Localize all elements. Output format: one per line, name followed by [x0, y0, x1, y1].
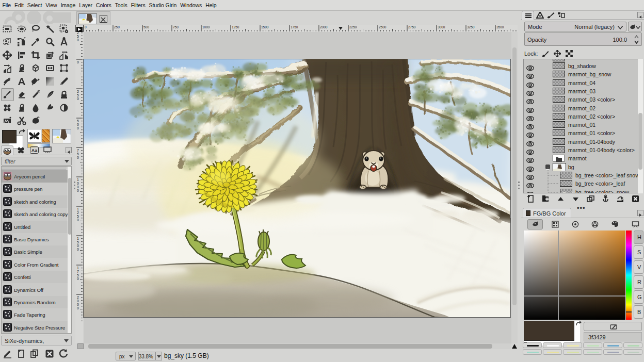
- svg-text:1000: 1000: [202, 25, 210, 29]
- svg-text:0: 0: [77, 189, 79, 192]
- svg-text:0: 0: [77, 60, 79, 64]
- svg-text:1: 1: [77, 237, 79, 240]
- svg-text:0: 0: [77, 277, 79, 281]
- svg-text:5: 5: [77, 119, 79, 123]
- svg-text:0: 0: [77, 299, 79, 303]
- svg-text:2: 2: [77, 295, 79, 299]
- svg-text:2000: 2000: [320, 25, 328, 29]
- svg-text:3000: 3000: [438, 25, 445, 29]
- svg-text:1: 1: [77, 207, 79, 211]
- svg-text:0: 0: [85, 25, 87, 29]
- svg-text:7: 7: [77, 270, 79, 273]
- svg-text:0: 0: [77, 156, 79, 159]
- svg-text:5: 5: [77, 93, 79, 97]
- svg-text:0: 0: [77, 123, 79, 126]
- svg-text:Aa: Aa: [31, 148, 37, 153]
- svg-text:5: 5: [77, 273, 79, 277]
- svg-text:2500: 2500: [379, 25, 387, 29]
- svg-text:3250: 3250: [467, 25, 475, 29]
- svg-text:250: 250: [114, 25, 120, 29]
- svg-text:1250: 1250: [232, 25, 239, 29]
- svg-text:0: 0: [77, 303, 79, 306]
- svg-text:750: 750: [173, 25, 179, 29]
- svg-text:2750: 2750: [408, 25, 416, 29]
- svg-text:2250: 2250: [349, 25, 357, 29]
- svg-text:7: 7: [77, 149, 79, 152]
- svg-text:0: 0: [77, 306, 79, 310]
- svg-text:2: 2: [77, 90, 79, 93]
- svg-text:3500: 3500: [496, 25, 504, 29]
- svg-text:0: 0: [77, 248, 79, 251]
- svg-text:500: 500: [143, 25, 149, 29]
- svg-text:1: 1: [77, 266, 79, 270]
- svg-text:0: 0: [77, 218, 79, 222]
- svg-text:0: 0: [77, 185, 79, 189]
- svg-text:1: 1: [77, 178, 79, 182]
- svg-text:0: 0: [77, 97, 79, 101]
- svg-text:5: 5: [77, 215, 79, 218]
- svg-text:2: 2: [77, 211, 79, 215]
- svg-text:0: 0: [77, 38, 79, 42]
- svg-text:5: 5: [77, 35, 79, 38]
- svg-text:0: 0: [77, 126, 79, 130]
- svg-text:0: 0: [77, 244, 79, 248]
- svg-text:5: 5: [77, 152, 79, 156]
- svg-text:5: 5: [77, 240, 79, 244]
- svg-text:1500: 1500: [261, 25, 269, 29]
- svg-text:1750: 1750: [291, 25, 298, 29]
- svg-text:0: 0: [77, 182, 79, 185]
